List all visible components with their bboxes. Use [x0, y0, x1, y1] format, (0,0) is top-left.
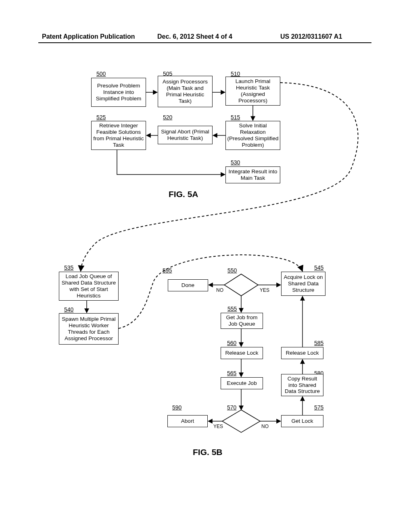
- ref-570: 570: [227, 404, 236, 411]
- box-540: Spawn Multiple Primal Heuristic Worker T…: [59, 313, 119, 345]
- box-560: Release Lock: [221, 347, 263, 359]
- box-520: Signal Abort (Primal Heuristic Task): [158, 126, 213, 144]
- ref-515: 515: [231, 114, 240, 121]
- diamond-550-text: Job?: [235, 282, 246, 288]
- edge-570-no: NO: [261, 424, 269, 429]
- ref-530: 530: [231, 159, 240, 166]
- ref-535: 535: [64, 264, 73, 271]
- ref-565: 565: [227, 370, 236, 376]
- box-545: Acquire Lock on Shared Data Structure: [281, 272, 325, 296]
- ref-525: 525: [96, 114, 106, 121]
- ref-545: 545: [314, 264, 323, 271]
- ref-500: 500: [96, 71, 106, 77]
- box-555: Get Job from Job Queue: [221, 313, 263, 329]
- box-590: Abort: [167, 415, 208, 427]
- box-595: Done: [168, 279, 208, 291]
- fig-5b-label: FIG. 5B: [193, 447, 223, 457]
- ref-575: 575: [314, 404, 323, 411]
- box-565: Execute Job: [221, 377, 263, 389]
- box-580: Copy Result into Shared Data Structure: [281, 374, 323, 396]
- ref-590: 590: [172, 404, 181, 411]
- header-rule: [38, 42, 371, 43]
- box-585: Release Lock: [281, 347, 323, 359]
- fig-5a-label: FIG. 5A: [169, 189, 198, 199]
- ref-560: 560: [227, 340, 236, 346]
- box-530: Integrate Result into Main Task: [225, 166, 280, 183]
- box-515: Solve Initial Relaxation (Presolved Simp…: [225, 121, 280, 150]
- edge-550-yes: YES: [260, 287, 269, 293]
- box-525: Retrieve Integer Feasible Solutions from…: [91, 121, 146, 150]
- ref-540: 540: [64, 306, 73, 313]
- edge-550-no: NO: [216, 287, 223, 293]
- ref-555: 555: [227, 305, 237, 312]
- ref-520: 520: [163, 114, 172, 121]
- header-left: Patent Application Publication: [42, 33, 135, 40]
- box-510: Launch Primal Heuristic Task (Assigned P…: [225, 77, 280, 106]
- box-535: Load Job Queue of Shared Data Structure …: [59, 272, 119, 301]
- header-center: Dec. 6, 2012 Sheet 4 of 4: [157, 33, 232, 40]
- ref-595: 595: [163, 267, 172, 274]
- header-right: US 2012/0311607 A1: [280, 33, 342, 40]
- box-505: Assign Processors (Main Task and Primal …: [158, 76, 213, 107]
- box-500: Presolve Problem Instance into Simplifie…: [91, 78, 146, 107]
- ref-550: 550: [227, 267, 237, 274]
- edge-570-yes: YES: [213, 424, 223, 429]
- ref-585: 585: [314, 340, 323, 346]
- ref-510: 510: [231, 71, 240, 77]
- box-575: Get Lock: [281, 415, 323, 427]
- diamond-570-text: Abort?: [234, 418, 250, 424]
